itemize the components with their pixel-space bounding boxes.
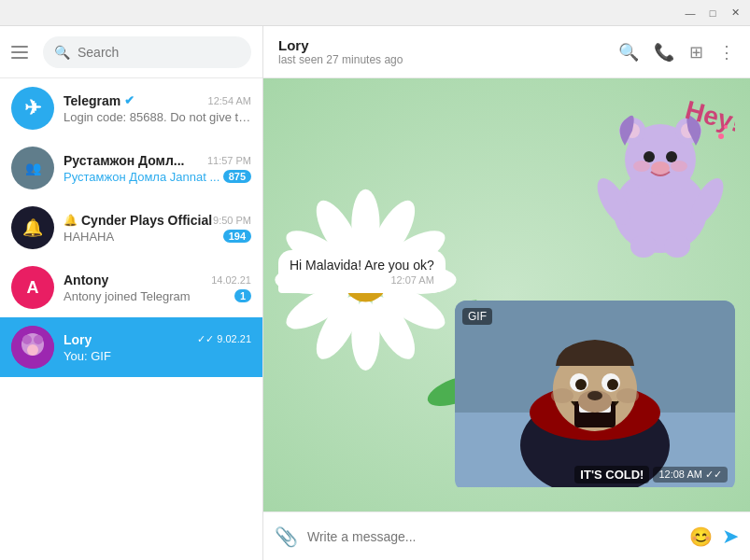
title-bar: — □ ✕: [0, 0, 750, 26]
svg-point-31: [633, 161, 650, 172]
input-area: 📎 😊 ➤: [263, 511, 750, 560]
chat-info: Рустамжон Домл... 11:57 PM Рустамжон Дом…: [64, 153, 251, 184]
svg-point-3: [34, 335, 43, 344]
gif-caption: IT'S COLD! 12:08 AM ✓✓: [574, 466, 728, 483]
search-icon: 🔍: [54, 45, 70, 60]
avatar: [11, 326, 54, 369]
chat-time: 9:50 PM: [213, 215, 251, 226]
chat-list: ✈ Telegram ✔ 12:54 AM Login code: 85688.…: [0, 78, 262, 560]
sticker-container: Hey!: [278, 90, 735, 239]
chat-time: 14.02.21: [211, 274, 251, 286]
avatar-svg: [11, 326, 54, 369]
avatar: ✈: [11, 87, 54, 130]
chat-time: 12:54 AM: [208, 95, 251, 106]
muted-icon: 🔔: [64, 214, 78, 227]
chat-preview: Рустамжон Домла Jannat ...: [64, 170, 223, 184]
sidebar: 🔍 ✈ Telegram ✔ 12:54 AM Login: [0, 26, 263, 560]
chat-header: Lory last seen 27 minutes ago 🔍 📞 ⊞ ⋮: [263, 26, 750, 78]
message-bubble: Hi Malavida! Are you ok? 12:07 AM: [278, 250, 446, 293]
tick-icon: ✓✓: [197, 333, 214, 344]
chat-name: Lory: [64, 332, 92, 347]
message-time: 12:07 AM: [390, 274, 433, 286]
avatar: 👥: [11, 147, 54, 189]
chat-name: Рустамжон Домл...: [64, 153, 184, 168]
svg-point-47: [575, 379, 587, 390]
chat-name: Telegram ✔: [64, 93, 134, 108]
svg-point-52: [551, 388, 573, 403]
chat-time: ✓✓ 9.02.21: [197, 333, 251, 345]
messages-area[interactable]: Hey! Hi Malavida! Are you ok? 12:07 AM: [263, 78, 750, 511]
chat-name: Antony: [64, 273, 108, 287]
svg-point-39: [724, 125, 728, 129]
svg-point-35: [630, 235, 657, 258]
verified-icon: ✔: [124, 93, 134, 107]
minimize-button[interactable]: —: [683, 6, 698, 21]
chat-item[interactable]: ✈ Telegram ✔ 12:54 AM Login code: 85688.…: [0, 78, 262, 138]
gif-caption-text: IT'S COLD!: [574, 466, 649, 483]
gif-time: 12:08 AM ✓✓: [653, 467, 728, 483]
avatar: A: [11, 266, 54, 309]
chat-header-info: Lory last seen 27 minutes ago: [278, 37, 403, 66]
unread-badge: 875: [223, 170, 251, 183]
chat-item[interactable]: 🔔 🔔 Cynder Plays Official 9:50 PM НАНАНА…: [0, 198, 262, 258]
chat-item[interactable]: 👥 Рустамжон Домл... 11:57 PM Рустамжон Д…: [0, 138, 262, 198]
call-icon[interactable]: 📞: [654, 42, 674, 63]
svg-point-55: [587, 391, 602, 400]
avatar: 🔔: [11, 206, 54, 249]
chat-preview: НАНАНА: [64, 230, 223, 244]
gif-image: [455, 301, 735, 487]
chat-preview: You: GIF: [64, 349, 251, 363]
message-text: Hi Malavida! Are you ok?: [290, 258, 434, 273]
search-icon[interactable]: 🔍: [618, 42, 639, 63]
chat-item-active[interactable]: Lory ✓✓ 9.02.21 You: GIF: [0, 317, 262, 377]
attach-icon[interactable]: 📎: [275, 525, 298, 548]
emoji-icon[interactable]: 😊: [689, 525, 713, 548]
chat-info: 🔔 Cynder Plays Official 9:50 PM НАНАНА 1…: [64, 213, 251, 244]
menu-icon[interactable]: [11, 41, 34, 63]
svg-point-2: [22, 335, 32, 344]
maximize-button[interactable]: □: [705, 6, 720, 21]
chat-preview: Login code: 85688. Do not give thi...: [64, 110, 251, 124]
message-outgoing-gif: GIF IT'S COLD! 12:08 AM ✓✓: [455, 301, 735, 491]
message-input[interactable]: [307, 529, 680, 544]
chat-info: Telegram ✔ 12:54 AM Login code: 85688. D…: [64, 93, 251, 124]
search-box: 🔍: [43, 36, 251, 68]
chat-header-actions: 🔍 📞 ⊞ ⋮: [618, 42, 735, 63]
chat-panel: Lory last seen 27 minutes ago 🔍 📞 ⊞ ⋮: [263, 26, 750, 560]
svg-point-4: [27, 344, 38, 356]
more-icon[interactable]: ⋮: [718, 42, 735, 63]
unread-badge: 194: [223, 230, 251, 243]
send-button[interactable]: ➤: [722, 525, 739, 549]
columns-icon[interactable]: ⊞: [689, 42, 703, 63]
chat-info: Lory ✓✓ 9.02.21 You: GIF: [64, 332, 251, 363]
bear-sticker: Hey!: [586, 90, 735, 258]
chat-preview: Antony joined Telegram: [64, 289, 234, 303]
svg-point-48: [607, 379, 618, 390]
svg-point-53: [616, 388, 639, 403]
chat-info: Antony 14.02.21 Antony joined Telegram 1: [64, 273, 251, 303]
messages-inner: Hey! Hi Malavida! Are you ok? 12:07 AM: [278, 90, 735, 491]
gif-container: GIF IT'S COLD! 12:08 AM ✓✓: [455, 301, 735, 491]
close-button[interactable]: ✕: [728, 6, 743, 21]
search-input[interactable]: [78, 45, 240, 60]
chat-header-name: Lory: [278, 37, 403, 53]
chat-item[interactable]: A Antony 14.02.21 Antony joined Telegram…: [0, 258, 262, 317]
sidebar-header: 🔍: [0, 26, 262, 78]
unread-badge: 1: [234, 289, 251, 302]
main-layout: 🔍 ✈ Telegram ✔ 12:54 AM Login: [0, 26, 750, 560]
svg-point-29: [666, 151, 677, 162]
svg-point-38: [718, 133, 724, 139]
chat-header-status: last seen 27 minutes ago: [278, 53, 403, 66]
gif-label: GIF: [462, 308, 492, 325]
svg-point-32: [671, 161, 687, 172]
chat-name: 🔔 Cynder Plays Official: [64, 213, 212, 228]
svg-point-36: [664, 235, 690, 258]
tick-icon: ✓✓: [705, 469, 722, 480]
message-incoming: Hi Malavida! Are you ok? 12:07 AM: [278, 250, 446, 293]
sticker: Hey!: [586, 90, 735, 239]
chat-time: 11:57 PM: [207, 155, 251, 166]
svg-point-28: [644, 151, 655, 162]
